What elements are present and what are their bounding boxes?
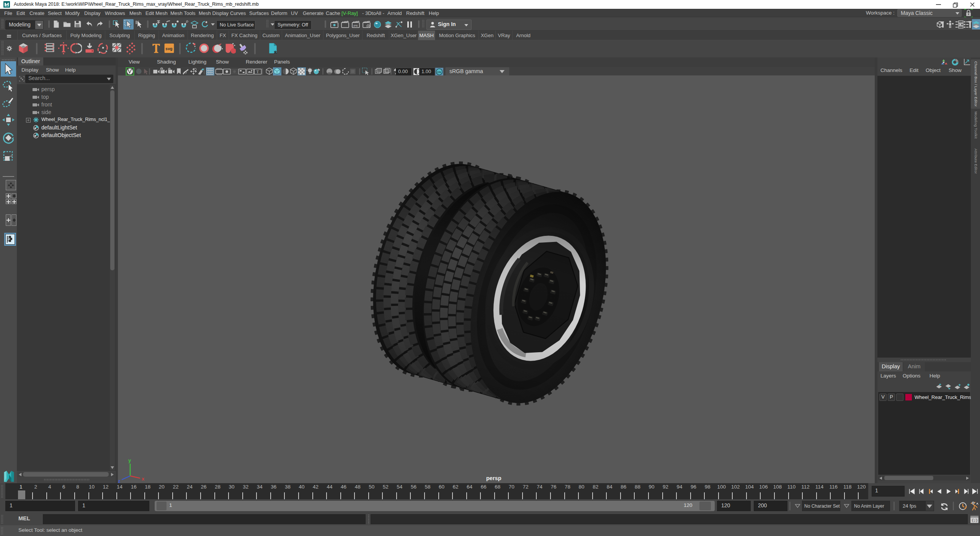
- svg-text:persp: persp: [486, 475, 501, 481]
- svg-text:{;}: {;}: [972, 519, 978, 523]
- svg-text:ON: ON: [437, 70, 441, 74]
- svg-text:IPR: IPR: [353, 25, 358, 27]
- svg-text:z: z: [118, 478, 121, 483]
- svg-text:svg: svg: [165, 46, 172, 51]
- svg-text:T: T: [256, 70, 259, 74]
- svg-text:x: x: [142, 476, 145, 482]
- svg-text:y: y: [128, 458, 131, 463]
